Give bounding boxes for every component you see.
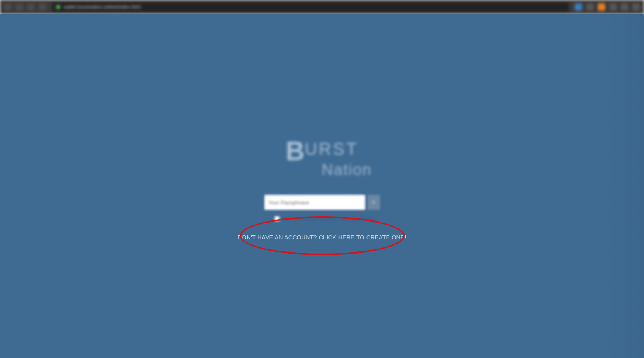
logo-letter-b: B — [285, 138, 304, 164]
address-bar[interactable]: wallet.burstnation.online/index.html — [52, 2, 569, 12]
remember-checkbox[interactable] — [274, 216, 280, 221]
remember-label: Remember passphrase during session — [283, 216, 375, 222]
brand-logo: B URST Nation — [272, 138, 372, 178]
menu-button[interactable] — [632, 3, 640, 11]
extension-icon[interactable] — [609, 3, 617, 11]
extension-icon[interactable] — [586, 3, 594, 11]
extension-icon[interactable] — [598, 3, 605, 11]
extension-group — [575, 3, 640, 11]
create-account-link[interactable]: DON'T HAVE AN ACCOUNT? CLICK HERE TO CRE… — [238, 234, 406, 241]
remember-passphrase-row[interactable]: Remember passphrase during session — [264, 216, 380, 222]
home-button[interactable] — [39, 3, 46, 11]
address-text: wallet.burstnation.online/index.html — [64, 4, 141, 10]
passphrase-row: > — [264, 195, 380, 210]
chevron-right-icon: > — [372, 199, 375, 206]
nav-button-group — [4, 3, 46, 11]
login-go-button[interactable]: > — [368, 195, 380, 210]
page-body: B URST Nation > Remember passphrase duri… — [0, 14, 644, 358]
passphrase-input[interactable] — [264, 195, 365, 210]
back-button[interactable] — [4, 3, 12, 11]
login-panel: B URST Nation > Remember passphrase duri… — [207, 138, 438, 241]
logo-text-urst: URST — [304, 138, 358, 158]
logo-text-nation: Nation — [322, 162, 372, 178]
extension-icon[interactable] — [575, 3, 582, 11]
lock-icon — [56, 5, 60, 9]
browser-chrome: wallet.burstnation.online/index.html — [0, 0, 644, 14]
extension-icon[interactable] — [621, 3, 628, 11]
reload-button[interactable] — [27, 3, 35, 11]
forward-button[interactable] — [16, 3, 23, 11]
